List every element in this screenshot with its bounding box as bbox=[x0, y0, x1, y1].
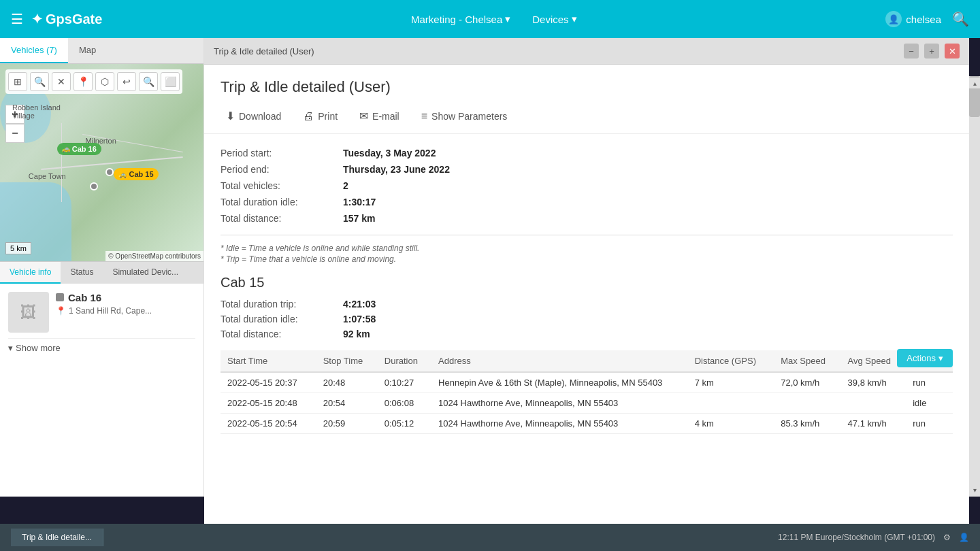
osm-credit: © OpenStreetMap contributors bbox=[105, 251, 203, 261]
minimize-button[interactable]: − bbox=[904, 44, 919, 59]
period-end-row: Period end: Thursday, 23 June 2022 bbox=[220, 164, 953, 175]
download-button[interactable]: ⬇ Download bbox=[220, 107, 287, 125]
map-expand-btn[interactable]: ✕ bbox=[52, 72, 71, 91]
total-distance-row: Total distance: 157 km bbox=[220, 213, 953, 224]
trip-table: Start Time Stop Time Duration Address Di… bbox=[220, 350, 953, 434]
topbar-right: 👤 chelsea 🔍 bbox=[885, 11, 969, 27]
vehicle-trip-row: Total duration trip: 4:21:03 bbox=[220, 299, 953, 310]
vehicle-section-title: Cab 15 bbox=[220, 275, 953, 290]
map-search-btn[interactable]: 🔍 bbox=[139, 72, 158, 91]
devices-dropdown[interactable]: Devices bbox=[524, 9, 585, 29]
tab-status[interactable]: Status bbox=[61, 262, 103, 284]
table-body: 2022-05-15 20:37 20:48 0:10:27 Hennepin … bbox=[220, 372, 953, 434]
logo: ✦ GpsGate bbox=[31, 11, 102, 27]
print-button[interactable]: 🖨 Print bbox=[297, 107, 343, 125]
report-titlebar: Trip & Idle detailed (User) − + ✕ bbox=[204, 38, 969, 65]
col-avg-speed: Avg Speed bbox=[841, 350, 906, 372]
tab-map[interactable]: Map bbox=[68, 38, 107, 63]
topbar-center: Marketing - Chelsea Devices bbox=[110, 9, 877, 29]
total-vehicles-row: Total vehicles: 2 bbox=[220, 180, 953, 191]
marker-cab16[interactable]: Cab 16 bbox=[57, 143, 101, 155]
maximize-button[interactable]: + bbox=[924, 44, 939, 59]
table-header: Start Time Stop Time Duration Address Di… bbox=[220, 350, 953, 372]
marketing-chelsea-dropdown[interactable]: Marketing - Chelsea bbox=[403, 9, 519, 29]
map-pin-btn[interactable]: 📍 bbox=[74, 72, 93, 91]
vehicle-name: Cab 16 bbox=[56, 292, 195, 303]
vehicle-status-dot bbox=[56, 293, 64, 301]
show-parameters-button[interactable]: ≡ Show Parameters bbox=[416, 107, 513, 125]
report-panel: Trip & Idle detailed (User) − + ✕ Trip &… bbox=[204, 38, 969, 524]
map-place-robben: Robben IslandVillage bbox=[12, 103, 61, 120]
col-max-speed: Max Speed bbox=[774, 350, 840, 372]
tab-vehicle-info[interactable]: Vehicle info bbox=[0, 262, 61, 284]
statusbar-settings-icon[interactable]: ⚙ bbox=[943, 533, 951, 542]
download-icon: ⬇ bbox=[226, 110, 235, 122]
show-more-button[interactable]: ▾ Show more bbox=[8, 338, 195, 357]
search-icon[interactable]: 🔍 bbox=[952, 11, 969, 27]
vehicle-stats: Total duration trip: 4:21:03 Total durat… bbox=[220, 299, 953, 339]
chevron-down-icon: ▾ bbox=[938, 353, 943, 363]
menu-icon[interactable]: ☰ bbox=[11, 11, 23, 27]
report-divider bbox=[220, 235, 953, 235]
marker-cab15[interactable]: Cab 15 bbox=[114, 168, 158, 180]
panel-collapse-icon[interactable]: ▴ bbox=[969, 78, 980, 88]
vehicle-photo: 🖼 bbox=[8, 292, 49, 333]
table-row: 2022-05-15 20:54 20:59 0:05:12 1024 Hawt… bbox=[220, 414, 953, 434]
statusbar-tabs: Trip & Idle detaile... bbox=[11, 529, 103, 546]
table-container: Actions ▾ Start Time Stop Time Duration … bbox=[220, 350, 953, 434]
report-main-title: Trip & Idle detailed (User) bbox=[220, 78, 953, 96]
topbar: ☰ ✦ GpsGate Marketing - Chelsea Devices … bbox=[0, 0, 980, 38]
col-stop-time: Stop Time bbox=[316, 350, 378, 372]
tab-simulated-device[interactable]: Simulated Devic... bbox=[103, 262, 188, 284]
left-panel-tabs: Vehicles (7) Map bbox=[0, 38, 203, 64]
vehicle-section-cab15: Cab 15 Total duration trip: 4:21:03 Tota… bbox=[220, 275, 953, 434]
map-container[interactable]: ⊞ 🔍 ✕ 📍 ⬡ ↩ 🔍 ⬜ + − Robben IslandVillage… bbox=[0, 64, 203, 261]
vehicle-address: 📍 1 Sand Hill Rd, Cape... bbox=[56, 306, 195, 316]
map-zoom-btn[interactable]: 🔍 bbox=[30, 72, 49, 91]
zoom-out-btn[interactable]: − bbox=[5, 124, 24, 143]
map-scale: 5 km bbox=[5, 242, 31, 254]
report-footnotes: * Idle = Time a vehicle is online and wh… bbox=[220, 244, 953, 264]
period-start-row: Period start: Tuesday, 3 May 2022 bbox=[220, 148, 953, 158]
total-idle-row: Total duration idle: 1:30:17 bbox=[220, 197, 953, 207]
list-icon: ≡ bbox=[421, 110, 427, 122]
vehicle-details: Cab 16 📍 1 Sand Hill Rd, Cape... bbox=[56, 292, 195, 316]
tab-vehicles[interactable]: Vehicles (7) bbox=[0, 38, 68, 63]
report-meta: Period start: Tuesday, 3 May 2022 Period… bbox=[220, 148, 953, 224]
statusbar-user-icon[interactable]: 👤 bbox=[959, 533, 969, 542]
table-row: 2022-05-15 20:48 20:54 0:06:08 1024 Hawt… bbox=[220, 393, 953, 414]
vehicle-distance-row: Total distance: 92 km bbox=[220, 329, 953, 339]
vehicle-idle-row: Total duration idle: 1:07:58 bbox=[220, 314, 953, 324]
panel-expand-icon[interactable]: ▾ bbox=[969, 484, 980, 495]
col-address: Address bbox=[431, 350, 688, 372]
map-select-btn[interactable]: ⬜ bbox=[161, 72, 180, 91]
col-start-time: Start Time bbox=[220, 350, 316, 372]
vehicle-tabs: Vehicle info Status Simulated Devic... bbox=[0, 261, 203, 284]
table-row: 2022-05-15 20:37 20:48 0:10:27 Hennepin … bbox=[220, 372, 953, 393]
map-hex-btn[interactable]: ⬡ bbox=[95, 72, 114, 91]
user-menu[interactable]: 👤 chelsea bbox=[885, 11, 941, 27]
logo-star: ✦ bbox=[31, 11, 43, 27]
print-icon: 🖨 bbox=[303, 110, 314, 122]
actions-button[interactable]: Actions ▾ bbox=[897, 349, 953, 367]
map-dot2 bbox=[90, 182, 98, 190]
right-scrollbar[interactable]: ▴ ▾ bbox=[969, 76, 980, 497]
col-distance: Distance (GPS) bbox=[688, 350, 774, 372]
statusbar: Trip & Idle detaile... 12:11 PM Europe/S… bbox=[0, 524, 980, 551]
report-body: Period start: Tuesday, 3 May 2022 Period… bbox=[204, 134, 969, 524]
statusbar-tab-report[interactable]: Trip & Idle detaile... bbox=[11, 529, 103, 546]
map-place-capetown: Cape Town bbox=[29, 172, 66, 180]
email-icon: ✉ bbox=[359, 110, 368, 122]
email-button[interactable]: ✉ E-mail bbox=[354, 107, 405, 125]
map-grid-btn[interactable]: ⊞ bbox=[8, 72, 27, 91]
chevron-down-icon: ▾ bbox=[8, 343, 13, 353]
user-icon: 👤 bbox=[885, 11, 902, 27]
vehicle-info-section: 🖼 Cab 16 📍 1 Sand Hill Rd, Cape... ▾ Sho… bbox=[0, 284, 203, 497]
map-undo-btn[interactable]: ↩ bbox=[117, 72, 136, 91]
report-panel-title: Trip & Idle detailed (User) bbox=[214, 46, 314, 56]
map-toolbar: ⊞ 🔍 ✕ 📍 ⬡ ↩ 🔍 ⬜ bbox=[5, 69, 182, 94]
statusbar-right: 12:11 PM Europe/Stockholm (GMT +01:00) ⚙… bbox=[778, 533, 969, 542]
report-header: Trip & Idle detailed (User) ⬇ Download 🖨… bbox=[204, 65, 969, 134]
close-button[interactable]: ✕ bbox=[945, 44, 960, 59]
actions-button-container: Actions ▾ bbox=[897, 349, 953, 367]
